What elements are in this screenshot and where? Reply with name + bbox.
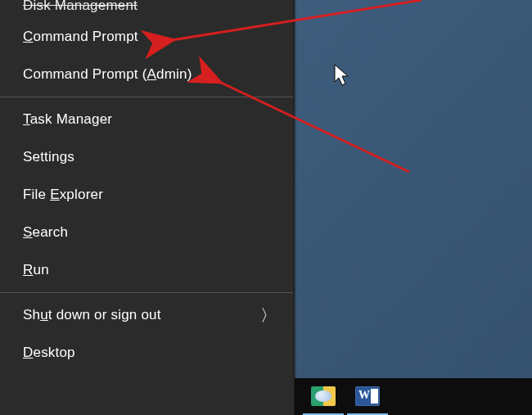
menu-separator — [0, 292, 293, 293]
menu-item[interactable]: Desktop — [0, 334, 293, 372]
menu-item-label: Desktop — [23, 345, 75, 361]
taskbar — [295, 378, 532, 415]
word-icon — [355, 386, 380, 406]
menu-item[interactable]: Run — [0, 251, 293, 289]
menu-item-label: Settings — [23, 149, 74, 165]
menu-item[interactable]: Task Manager — [0, 101, 293, 138]
menu-item[interactable]: Search — [0, 214, 293, 251]
menu-item-label: Shut down or sign out — [23, 307, 161, 323]
menu-item[interactable]: Command Prompt — [0, 18, 293, 56]
control-panel-icon — [311, 386, 336, 406]
menu-separator — [0, 97, 293, 97]
chevron-right-icon: 〉 — [260, 304, 277, 327]
menu-item-label: Command Prompt — [23, 29, 138, 45]
taskbar-icon-word[interactable] — [347, 378, 388, 415]
menu-item[interactable]: Settings — [0, 138, 293, 176]
taskbar-icon-control-panel[interactable] — [303, 378, 344, 415]
menu-item[interactable]: Shut down or sign out〉 — [0, 296, 293, 334]
menu-item-label: Task Manager — [23, 111, 112, 128]
menu-item-label: Search — [23, 224, 68, 241]
menu-item-label: Run — [23, 262, 49, 278]
menu-item-label: File Explorer — [23, 187, 103, 203]
menu-item[interactable]: Disk Management — [0, 0, 293, 18]
menu-shadow — [293, 0, 296, 415]
desktop-background — [295, 0, 532, 415]
menu-item-label: Disk Management — [23, 0, 138, 14]
winx-power-user-menu: Disk ManagementCommand PromptCommand Pro… — [0, 0, 293, 415]
menu-item[interactable]: Command Prompt (Admin) — [0, 56, 293, 93]
menu-item[interactable]: File Explorer — [0, 176, 293, 214]
menu-item-label: Command Prompt (Admin) — [23, 66, 192, 83]
